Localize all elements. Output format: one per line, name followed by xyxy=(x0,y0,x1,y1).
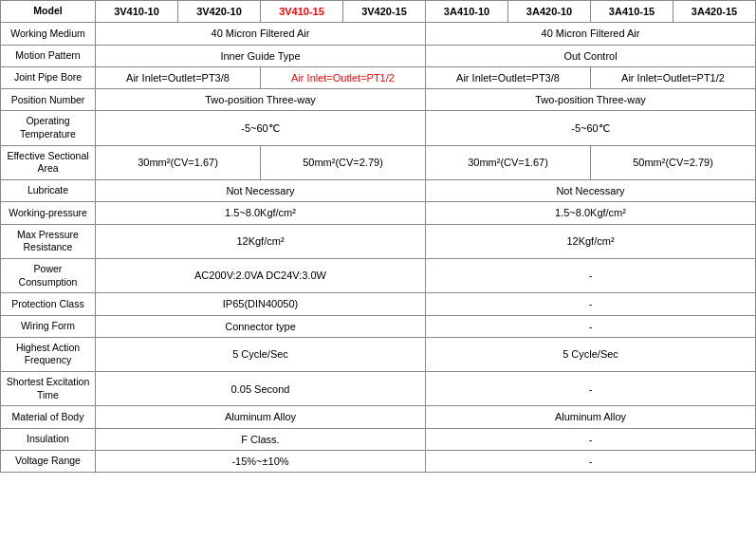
cell-5-0: 30mm²(CV=1.67) xyxy=(96,145,261,179)
row-label-5: Effective Sectional Area xyxy=(1,145,96,179)
table-row: Position NumberTwo-position Three-wayTwo… xyxy=(1,89,756,111)
cell-15-0: F Class. xyxy=(96,428,426,450)
cell-2-2: Air Inlet=Outlet=PT3/8 xyxy=(426,66,591,88)
cell-0-1: 40 Micron Filtered Air xyxy=(426,23,756,45)
table-row: Operating Temperature-5~60℃-5~60℃ xyxy=(1,111,756,145)
cell-8-1: 12Kgf/cm² xyxy=(426,224,756,258)
cell-6-1: Not Necessary xyxy=(426,180,756,202)
header-model: Model xyxy=(1,1,96,23)
table-row: Working Medium40 Micron Filtered Air40 M… xyxy=(1,23,756,45)
spec-table-container: Model 3V410-10 3V420-10 3V410-15 3V420-1… xyxy=(0,0,756,473)
table-row: Highest Action Frequency5 Cycle/Sec5 Cyc… xyxy=(1,337,756,371)
row-label-14: Material of Body xyxy=(1,406,96,428)
table-row: InsulationF Class.- xyxy=(1,428,756,450)
cell-11-0: Connector type xyxy=(96,315,426,337)
cell-8-0: 12Kgf/cm² xyxy=(96,224,426,258)
header-3v410-15: 3V410-15 xyxy=(261,1,343,23)
cell-12-1: 5 Cycle/Sec xyxy=(426,337,756,371)
cell-1-0: Inner Guide Type xyxy=(96,45,426,66)
table-row: Joint Pipe BoreAir Inlet=Outlet=PT3/8Air… xyxy=(1,66,756,88)
header-3v420-10: 3V420-10 xyxy=(178,1,261,23)
table-row: Voltage Range-15%~±10%- xyxy=(1,450,756,472)
row-label-11: Wiring Form xyxy=(1,315,96,337)
cell-16-0: -15%~±10% xyxy=(96,450,426,472)
table-row: Wiring FormConnector type- xyxy=(1,315,756,337)
table-row: Material of BodyAluminum AlloyAluminum A… xyxy=(1,406,756,428)
row-label-8: Max Pressure Resistance xyxy=(1,224,96,258)
cell-10-0: IP65(DIN40050) xyxy=(96,293,426,315)
table-row: Motion PatternInner Guide TypeOut Contro… xyxy=(1,45,756,66)
cell-13-0: 0.05 Second xyxy=(96,372,426,406)
row-label-12: Highest Action Frequency xyxy=(1,337,96,371)
cell-5-1: 50mm²(CV=2.79) xyxy=(261,145,426,179)
cell-11-1: - xyxy=(426,315,756,337)
cell-2-0: Air Inlet=Outlet=PT3/8 xyxy=(96,66,261,88)
table-row: Protection ClassIP65(DIN40050)- xyxy=(1,293,756,315)
table-row: Power ConsumptionAC200V:2.0VA DC24V:3.0W… xyxy=(1,258,756,292)
header-3a420-15: 3A420-15 xyxy=(673,1,756,23)
header-row: Model 3V410-10 3V420-10 3V410-15 3V420-1… xyxy=(1,1,756,23)
spec-table: Model 3V410-10 3V420-10 3V410-15 3V420-1… xyxy=(0,0,756,473)
table-row: Effective Sectional Area30mm²(CV=1.67)50… xyxy=(1,145,756,179)
header-3a420-10: 3A420-10 xyxy=(508,1,591,23)
cell-3-1: Two-position Three-way xyxy=(426,89,756,111)
table-row: LubricateNot NecessaryNot Necessary xyxy=(1,180,756,202)
cell-9-0: AC200V:2.0VA DC24V:3.0W xyxy=(96,258,426,292)
table-row: Max Pressure Resistance12Kgf/cm²12Kgf/cm… xyxy=(1,224,756,258)
row-label-16: Voltage Range xyxy=(1,450,96,472)
row-label-9: Power Consumption xyxy=(1,258,96,292)
row-label-0: Working Medium xyxy=(1,23,96,45)
cell-4-0: -5~60℃ xyxy=(96,111,426,145)
row-label-4: Operating Temperature xyxy=(1,111,96,145)
cell-9-1: - xyxy=(426,258,756,292)
cell-10-1: - xyxy=(426,293,756,315)
cell-7-1: 1.5~8.0Kgf/cm² xyxy=(426,202,756,224)
cell-3-0: Two-position Three-way xyxy=(96,89,426,111)
row-label-13: Shortest Excitation Time xyxy=(1,372,96,406)
cell-15-1: - xyxy=(426,428,756,450)
header-3a410-15: 3A410-15 xyxy=(591,1,673,23)
cell-5-2: 30mm²(CV=1.67) xyxy=(426,145,591,179)
cell-16-1: - xyxy=(426,450,756,472)
row-label-2: Joint Pipe Bore xyxy=(1,66,96,88)
header-3v410-10: 3V410-10 xyxy=(96,1,178,23)
cell-2-3: Air Inlet=Outlet=PT1/2 xyxy=(591,66,756,88)
cell-12-0: 5 Cycle/Sec xyxy=(96,337,426,371)
cell-5-3: 50mm²(CV=2.79) xyxy=(591,145,756,179)
cell-13-1: - xyxy=(426,372,756,406)
table-row: Shortest Excitation Time0.05 Second- xyxy=(1,372,756,406)
cell-7-0: 1.5~8.0Kgf/cm² xyxy=(96,202,426,224)
row-label-10: Protection Class xyxy=(1,293,96,315)
cell-2-1: Air Inlet=Outlet=PT1/2 xyxy=(261,66,426,88)
header-3a410-10: 3A410-10 xyxy=(426,1,508,23)
cell-1-1: Out Control xyxy=(426,45,756,66)
row-label-7: Working-pressure xyxy=(1,202,96,224)
row-label-15: Insulation xyxy=(1,428,96,450)
cell-6-0: Not Necessary xyxy=(96,180,426,202)
cell-14-0: Aluminum Alloy xyxy=(96,406,426,428)
cell-14-1: Aluminum Alloy xyxy=(426,406,756,428)
row-label-6: Lubricate xyxy=(1,180,96,202)
table-row: Working-pressure1.5~8.0Kgf/cm²1.5~8.0Kgf… xyxy=(1,202,756,224)
header-3v420-15: 3V420-15 xyxy=(343,1,426,23)
cell-0-0: 40 Micron Filtered Air xyxy=(96,23,426,45)
row-label-3: Position Number xyxy=(1,89,96,111)
cell-4-1: -5~60℃ xyxy=(426,111,756,145)
row-label-1: Motion Pattern xyxy=(1,45,96,66)
